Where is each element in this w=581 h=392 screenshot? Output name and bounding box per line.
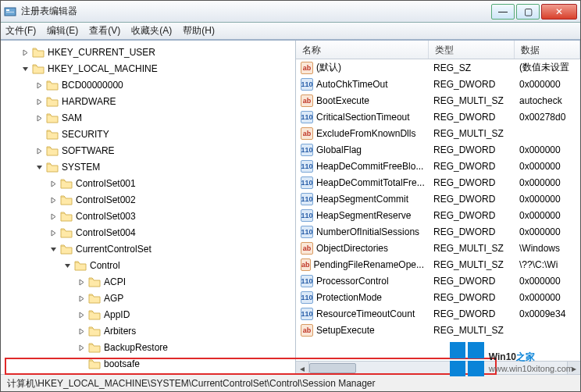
expand-icon[interactable]	[49, 180, 58, 188]
value-row[interactable]: 110NumberOfInitialSessionsREG_DWORD0x000…	[296, 223, 580, 240]
expand-icon[interactable]	[49, 212, 58, 221]
value-data: 0x000000	[515, 292, 580, 303]
value-row[interactable]: 110ProcessorControlREG_DWORD0x000000	[296, 273, 580, 289]
scroll-left-arrow[interactable]: ◂	[296, 362, 309, 374]
tree-item-label: ControlSet003	[76, 211, 136, 222]
tree-item[interactable]: HARDWARE	[1, 94, 295, 109]
value-row[interactable]: ab(默认)REG_SZ(数值未设置	[296, 59, 580, 76]
tree-item[interactable]: AGP	[1, 290, 295, 306]
tree-item-label: BCD00000000	[62, 80, 123, 91]
tree-item[interactable]: BackupRestore	[1, 340, 295, 355]
tree-item[interactable]: Arbiters	[1, 323, 295, 339]
expand-icon[interactable]	[35, 81, 44, 90]
value-row[interactable]: abBootExecuteREG_MULTI_SZautocheck	[296, 92, 580, 109]
value-data: autocheck	[515, 95, 580, 106]
collapse-icon[interactable]	[21, 65, 30, 73]
value-type: REG_DWORD	[429, 112, 515, 123]
expand-icon[interactable]	[49, 196, 58, 205]
expand-icon[interactable]	[35, 98, 44, 106]
minimize-button[interactable]: —	[491, 4, 515, 20]
value-row[interactable]: 110ResourceTimeoutCountREG_DWORD0x0009e3…	[296, 305, 580, 322]
string-value-icon: ab	[301, 62, 313, 74]
value-row[interactable]: 110CriticalSectionTimeoutREG_DWORD0x0027…	[296, 109, 580, 125]
binary-value-icon: 110	[301, 308, 313, 320]
binary-value-icon: 110	[301, 111, 313, 123]
binary-value-icon: 110	[301, 160, 313, 173]
close-button[interactable]: ✕	[541, 4, 577, 20]
tree-item[interactable]: AppID	[1, 307, 295, 323]
folder-icon	[46, 96, 59, 107]
folder-icon	[46, 145, 59, 156]
value-row[interactable]: abPendingFileRenameOpe...REG_MULTI_SZ\??…	[296, 256, 580, 273]
menu-file[interactable]: 文件(F)	[5, 24, 36, 37]
value-row[interactable]: 110HeapDeCommitFreeBlo...REG_DWORD0x0000…	[296, 158, 580, 174]
watermark: Win10之家 www.win10xitong.com	[450, 342, 573, 376]
value-row[interactable]: 110ProtectionModeREG_DWORD0x000000	[296, 289, 580, 305]
expand-icon[interactable]	[49, 229, 58, 237]
tree-item[interactable]: SECURITY	[1, 127, 295, 142]
expand-icon[interactable]	[77, 278, 86, 287]
expand-icon[interactable]	[35, 114, 44, 123]
menu-edit[interactable]: 编辑(E)	[47, 24, 78, 37]
app-icon	[4, 5, 16, 18]
value-row[interactable]: 110HeapSegmentCommitREG_DWORD0x000000	[296, 191, 580, 207]
tree-item[interactable]: HKEY_LOCAL_MACHINE	[1, 61, 295, 77]
expand-icon[interactable]	[77, 311, 86, 319]
menu-favorites[interactable]: 收藏夹(A)	[131, 24, 172, 37]
window-title: 注册表编辑器	[21, 5, 491, 18]
tree-item[interactable]: bootsafe	[1, 356, 295, 372]
value-row[interactable]: abSetupExecuteREG_MULTI_SZ	[296, 322, 580, 338]
collapse-icon[interactable]	[35, 163, 44, 172]
expand-icon[interactable]	[21, 48, 30, 57]
value-name: CriticalSectionTimeout	[316, 112, 410, 123]
tree-pane[interactable]: HKEY_CURRENT_USERHKEY_LOCAL_MACHINEBCD00…	[1, 41, 296, 374]
tree-item[interactable]: SOFTWARE	[1, 143, 295, 159]
value-row[interactable]: 110GlobalFlagREG_DWORD0x000000	[296, 141, 580, 158]
scroll-thumb[interactable]	[309, 363, 356, 373]
tree-item-label: Arbiters	[104, 326, 136, 337]
titlebar[interactable]: 注册表编辑器 — ▢ ✕	[1, 1, 580, 23]
folder-icon	[60, 178, 73, 189]
menu-help[interactable]: 帮助(H)	[183, 24, 215, 37]
maximize-button[interactable]: ▢	[516, 4, 540, 20]
tree-item[interactable]: ACPI	[1, 274, 295, 290]
tree-item-label: SOFTWARE	[62, 145, 115, 156]
expand-icon[interactable]	[77, 344, 86, 352]
expand-icon[interactable]	[77, 294, 86, 303]
tree-item[interactable]: SYSTEM	[1, 159, 295, 175]
tree-item[interactable]: ControlSet002	[1, 192, 295, 208]
values-list[interactable]: ab(默认)REG_SZ(数值未设置110AutoChkTimeOutREG_D…	[296, 59, 580, 361]
value-name: ObjectDirectories	[316, 243, 388, 254]
tree-item[interactable]: Control	[1, 258, 295, 273]
folder-icon	[88, 309, 101, 320]
expand-icon[interactable]	[77, 327, 86, 336]
column-data[interactable]: 数据	[515, 41, 580, 59]
expand-icon[interactable]	[35, 147, 44, 155]
value-type: REG_DWORD	[429, 79, 515, 90]
tree-item-label: SECURITY	[62, 129, 109, 140]
value-type: REG_MULTI_SZ	[429, 243, 515, 254]
collapse-icon[interactable]	[63, 262, 72, 270]
tree-item[interactable]: ControlSet004	[1, 225, 295, 241]
tree-item[interactable]: ControlSet003	[1, 208, 295, 224]
tree-item[interactable]: HKEY_CURRENT_USER	[1, 45, 295, 60]
value-row[interactable]: abObjectDirectoriesREG_MULTI_SZ\Windows	[296, 240, 580, 256]
tree-item[interactable]: BCD00000000	[1, 77, 295, 93]
tree-item[interactable]: CurrentControlSet	[1, 241, 295, 257]
column-name[interactable]: 名称	[296, 41, 429, 59]
tree-item-label: ControlSet004	[76, 227, 136, 238]
column-type[interactable]: 类型	[429, 41, 515, 59]
string-value-icon: ab	[301, 127, 313, 140]
value-name: HeapSegmentReserve	[316, 210, 411, 221]
tree-item[interactable]: SAM	[1, 110, 295, 126]
value-row[interactable]: 110HeapDeCommitTotalFre...REG_DWORD0x000…	[296, 174, 580, 191]
tree-item[interactable]: ControlSet001	[1, 176, 295, 191]
menu-view[interactable]: 查看(V)	[89, 24, 120, 37]
value-row[interactable]: 110AutoChkTimeOutREG_DWORD0x000000	[296, 76, 580, 92]
window-buttons: — ▢ ✕	[491, 4, 577, 20]
value-row[interactable]: 110HeapSegmentReserveREG_DWORD0x000000	[296, 207, 580, 223]
collapse-icon[interactable]	[49, 245, 58, 254]
value-row[interactable]: abExcludeFromKnownDllsREG_MULTI_SZ	[296, 125, 580, 141]
tree-item-label: HKEY_CURRENT_USER	[48, 47, 155, 58]
value-type: REG_MULTI_SZ	[429, 95, 515, 106]
